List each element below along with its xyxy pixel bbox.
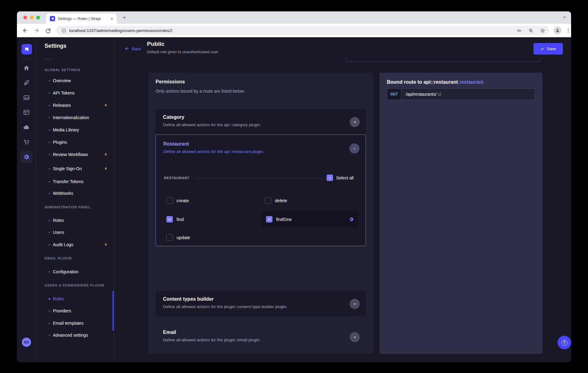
- checkbox-create-unchecked[interactable]: [166, 197, 173, 204]
- lightning-bolt-icon: [104, 152, 108, 157]
- url-text: localhost:1337/admin/settings/users-perm…: [69, 28, 510, 33]
- sidebar-item-audit-logs[interactable]: Audit Logs: [36, 242, 114, 248]
- content-type-builder-icon[interactable]: [20, 106, 33, 118]
- chevron-down-icon[interactable]: [350, 299, 360, 309]
- checkbox-update-unchecked[interactable]: [166, 234, 173, 241]
- accordion-restaurant-expanded[interactable]: Restaurant Define all allowed actions fo…: [156, 134, 366, 246]
- window-zoom-button[interactable]: [36, 16, 40, 19]
- back-link[interactable]: Back: [125, 46, 141, 51]
- page-info-icon[interactable]: [62, 28, 66, 33]
- tab-title: Settings — Roles | Strapi: [58, 17, 110, 21]
- sidebar-item-plugins[interactable]: Plugins: [36, 139, 114, 146]
- permissions-title: Permissions: [156, 79, 185, 85]
- accordion-category[interactable]: Category Define all allowed actions for …: [156, 109, 366, 135]
- strapi-logo[interactable]: [22, 44, 32, 54]
- home-icon[interactable]: [20, 62, 33, 74]
- select-all-control[interactable]: Select all: [327, 174, 354, 181]
- url-bar[interactable]: localhost:1337/admin/settings/users-perm…: [56, 26, 549, 35]
- advanced-settings-gear-icon[interactable]: [349, 217, 354, 222]
- permission-findone-selected-row[interactable]: findOne: [262, 211, 358, 227]
- help-button[interactable]: ?: [558, 336, 571, 349]
- browser-window: Settings — Roles | Strapi × + localhost:…: [17, 11, 571, 362]
- accordion-i18n[interactable]: i18n Define all allowed actions for the …: [156, 357, 366, 362]
- chevron-up-icon[interactable]: [349, 143, 360, 154]
- subnav-title: Settings: [45, 43, 66, 49]
- permission-create[interactable]: create: [166, 197, 189, 204]
- sidebar-item-overview[interactable]: Overview: [36, 78, 114, 84]
- accordion-title: Category: [163, 114, 184, 120]
- sidebar-item-up-roles[interactable]: Roles: [36, 296, 114, 303]
- forward-icon[interactable]: [34, 27, 40, 34]
- browser-profile-avatar[interactable]: [554, 26, 562, 34]
- sidebar-item-providers[interactable]: Providers: [36, 308, 114, 315]
- permission-delete[interactable]: delete: [265, 197, 287, 204]
- marketplace-cart-icon[interactable]: [20, 136, 33, 148]
- select-all-checkbox-indeterminate[interactable]: [327, 174, 333, 181]
- bookmark-star-icon[interactable]: [540, 28, 545, 33]
- checkbox-find-checked[interactable]: [166, 216, 173, 223]
- tab-close-icon[interactable]: ×: [110, 16, 114, 22]
- sidebar-item-media-library[interactable]: Media Library: [36, 127, 114, 134]
- role-description-field-partial[interactable]: [346, 58, 541, 62]
- lightning-bolt-icon: [104, 242, 108, 247]
- accordion-content-types-builder[interactable]: Content types builder Define all allowed…: [156, 291, 366, 317]
- page-title: Public: [147, 41, 165, 47]
- back-icon[interactable]: [22, 27, 28, 34]
- window-close-button[interactable]: [23, 16, 27, 19]
- chevron-down-icon[interactable]: [350, 117, 360, 127]
- permissions-subtitle: Only actions bound by a route are listed…: [156, 89, 245, 94]
- chevron-down-icon[interactable]: [350, 332, 360, 342]
- restaurant-section-label: RESTAURANT: [164, 176, 189, 180]
- page-subtitle: Default role given to unauthenticated us…: [147, 50, 219, 54]
- sidebar-item-advanced-settings[interactable]: Advanced settings: [36, 332, 114, 339]
- settings-gear-icon[interactable]: [20, 151, 33, 163]
- browser-menu-icon[interactable]: [566, 28, 571, 33]
- main-navigation-rail: KD: [17, 37, 36, 362]
- new-tab-button[interactable]: +: [121, 15, 127, 21]
- accordion-email[interactable]: Email Define all allowed actions for the…: [156, 324, 366, 350]
- strapi-admin-app: KD Settings GLOBAL SETTINGS Overview API…: [17, 37, 571, 362]
- bullet-icon: [49, 129, 50, 131]
- sidebar-item-admin-roles[interactable]: Roles: [36, 217, 114, 224]
- save-button[interactable]: Save: [534, 43, 563, 54]
- sidebar-item-transfer-tokens[interactable]: Transfer Tokens: [36, 178, 114, 185]
- tab-search-chevron-icon[interactable]: [562, 15, 567, 19]
- sidebar-item-webhooks[interactable]: Webhooks: [36, 190, 114, 197]
- password-key-icon[interactable]: [517, 28, 522, 33]
- bullet-icon: [49, 310, 50, 312]
- permission-label: delete: [275, 198, 287, 203]
- permission-label: findOne: [276, 217, 292, 222]
- user-avatar[interactable]: KD: [22, 338, 31, 347]
- content-manager-feather-icon[interactable]: [20, 77, 33, 89]
- checkbox-delete-unchecked[interactable]: [265, 197, 271, 204]
- permission-label: find: [177, 217, 184, 222]
- bullet-icon: [49, 271, 50, 273]
- sidebar-item-configuration[interactable]: Configuration: [36, 269, 114, 275]
- reload-icon[interactable]: [45, 27, 51, 34]
- subnav-scrollbar-thumb[interactable]: [113, 291, 114, 331]
- sidebar-item-single-sign-on[interactable]: Single Sign-On: [36, 166, 114, 172]
- permission-label: create: [177, 198, 189, 203]
- sidebar-item-review-workflows[interactable]: Review Workflows: [36, 151, 114, 158]
- sidebar-item-email-templates[interactable]: Email templates: [36, 320, 114, 327]
- media-library-icon[interactable]: [20, 91, 33, 104]
- browser-tab[interactable]: Settings — Roles | Strapi ×: [46, 14, 117, 24]
- bullet-icon: [49, 298, 50, 300]
- accordion-title: Content types builder: [163, 296, 213, 302]
- route-path: /api/restaurants/:id: [401, 89, 441, 100]
- sidebar-item-admin-users[interactable]: Users: [36, 229, 114, 236]
- cloud-icon[interactable]: [20, 121, 33, 133]
- sidebar-item-internationalization[interactable]: Internationalization: [36, 114, 114, 121]
- bullet-icon: [49, 154, 50, 155]
- zoom-icon[interactable]: [528, 28, 534, 33]
- permission-find[interactable]: find: [166, 216, 184, 223]
- checkbox-findone-checked[interactable]: [266, 216, 272, 223]
- select-all-label: Select all: [336, 175, 354, 180]
- http-method-badge: GET: [387, 89, 401, 100]
- bullet-icon: [49, 220, 50, 221]
- sidebar-item-releases[interactable]: Releases: [36, 102, 114, 109]
- lightning-bolt-icon: [104, 103, 108, 107]
- window-minimize-button[interactable]: [30, 16, 34, 19]
- permission-update[interactable]: update: [166, 234, 190, 241]
- sidebar-item-api-tokens[interactable]: API Tokens: [36, 90, 114, 97]
